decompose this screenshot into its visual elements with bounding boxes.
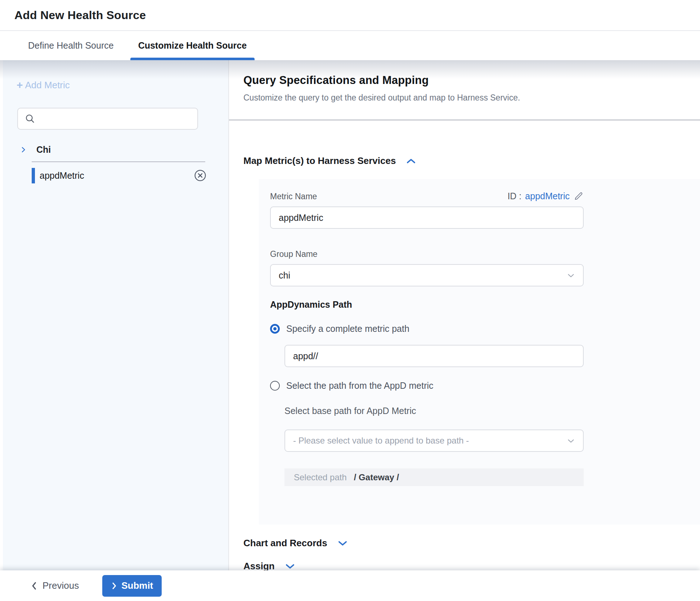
complete-metric-path-label: Specify a complete metric path <box>286 324 409 334</box>
dialog-title: Add New Health Source <box>14 9 146 22</box>
metrics-sidebar: + Add Metric Chi appdMet <box>0 60 229 570</box>
metric-id-row: ID : appdMetric <box>507 191 584 201</box>
metric-item-appdmetric[interactable]: appdMetric <box>3 167 228 184</box>
submit-button[interactable]: Submit <box>102 575 162 597</box>
metric-item-label: appdMetric <box>40 170 84 181</box>
chevron-left-icon <box>31 581 38 591</box>
submit-label: Submit <box>121 580 153 591</box>
metric-name-row: Metric Name ID : appdMetric <box>270 191 584 201</box>
chevron-up-icon[interactable] <box>406 157 416 165</box>
chevron-down-icon <box>567 438 575 444</box>
map-metrics-form: Metric Name ID : appdMetric Group Name c… <box>259 179 700 525</box>
metric-tree: Chi appdMetric <box>3 142 228 184</box>
add-health-source-dialog: Add New Health Source Define Health Sour… <box>0 0 700 601</box>
page-subtitle: Customize the query to get the desired o… <box>243 93 700 103</box>
selected-path-row: Selected path / Gateway / <box>284 468 584 486</box>
select-path-label: Select the path from the AppD metric <box>286 380 434 391</box>
plus-icon: + <box>17 80 23 90</box>
tab-customize-health-source[interactable]: Customize Health Source <box>132 31 253 60</box>
previous-button[interactable]: Previous <box>31 580 79 591</box>
dialog-header: Add New Health Source <box>0 0 700 31</box>
metric-name-input[interactable] <box>279 213 575 223</box>
group-name-label: Group Name <box>270 249 700 259</box>
tab-bar: Define Health Source Customize Health So… <box>0 31 700 60</box>
dialog-footer: Previous Submit <box>0 570 700 601</box>
metric-search-box <box>17 108 198 130</box>
previous-label: Previous <box>42 580 79 591</box>
query-specifications-panel: Query Specifications and Mapping Customi… <box>229 60 700 570</box>
metric-search-input[interactable] <box>36 108 197 129</box>
add-metric-button[interactable]: + Add Metric <box>17 80 228 91</box>
page-title: Query Specifications and Mapping <box>243 74 700 87</box>
tab-define-health-source[interactable]: Define Health Source <box>22 31 120 60</box>
base-path-label: Select base path for AppD Metric <box>284 406 700 416</box>
radio-selected-icon[interactable] <box>270 324 280 334</box>
complete-metric-path-field <box>284 345 584 367</box>
selected-indicator <box>32 168 35 183</box>
metric-name-label: Metric Name <box>270 192 317 201</box>
chevron-right-icon[interactable] <box>19 146 27 153</box>
dialog-content: + Add Metric Chi appdMet <box>0 60 700 570</box>
metric-group-chi[interactable]: Chi <box>3 142 228 157</box>
tree-divider <box>32 161 205 162</box>
chevron-down-icon[interactable] <box>285 563 295 570</box>
chevron-down-icon[interactable] <box>337 540 348 547</box>
header-divider <box>229 120 700 120</box>
chevron-right-icon <box>111 582 117 590</box>
chart-records-heading: Chart and Records <box>243 538 327 549</box>
selected-path-value: / Gateway / <box>354 472 399 482</box>
base-path-placeholder: - Please select value to append to base … <box>293 436 469 446</box>
select-path-option[interactable]: Select the path from the AppD metric <box>270 380 700 391</box>
group-name-value: chi <box>279 270 290 281</box>
edit-pencil-icon[interactable] <box>573 191 584 201</box>
id-value-link[interactable]: appdMetric <box>525 191 570 201</box>
add-metric-label: Add Metric <box>25 80 70 91</box>
remove-metric-icon[interactable] <box>194 169 207 182</box>
appdynamics-path-heading: AppDynamics Path <box>270 299 700 310</box>
map-metrics-section-header[interactable]: Map Metric(s) to Harness Services <box>243 155 700 166</box>
group-name-select[interactable]: chi <box>270 264 584 286</box>
search-icon <box>24 113 36 124</box>
radio-unselected-icon[interactable] <box>270 381 280 391</box>
chevron-down-icon <box>567 273 575 278</box>
complete-metric-path-option[interactable]: Specify a complete metric path <box>270 324 700 334</box>
id-label: ID : <box>507 191 521 201</box>
chart-records-section-header[interactable]: Chart and Records <box>243 538 700 549</box>
metric-group-label: Chi <box>36 144 51 155</box>
base-path-select[interactable]: - Please select value to append to base … <box>284 429 584 452</box>
selected-path-label: Selected path <box>294 472 347 482</box>
complete-metric-path-input[interactable] <box>293 351 575 361</box>
metric-name-field <box>270 206 584 229</box>
map-metrics-heading: Map Metric(s) to Harness Services <box>243 155 396 166</box>
